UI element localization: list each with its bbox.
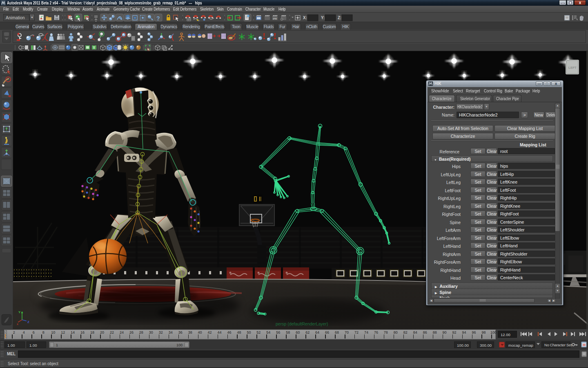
svg-text:Y:: Y: xyxy=(321,16,325,20)
svg-text:Y: Y xyxy=(18,310,21,314)
svg-text:x: x xyxy=(17,323,18,325)
svg-text:?: ? xyxy=(156,15,160,22)
svg-text:X:: X: xyxy=(303,16,307,20)
svg-text:Z: Z xyxy=(27,320,29,324)
svg-text:T: T xyxy=(93,46,96,50)
svg-text:IPR: IPR xyxy=(273,18,277,20)
svg-text:Z:: Z: xyxy=(338,16,341,20)
svg-text:persp (defaultRenderLayer): persp (defaultRenderLayer) xyxy=(276,321,328,326)
svg-text:LEFT: LEFT xyxy=(568,66,577,70)
